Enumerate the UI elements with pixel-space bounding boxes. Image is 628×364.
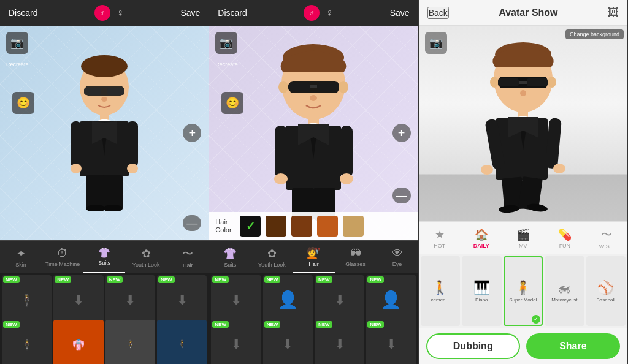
hair-item-2-6[interactable]: NEW ⬇	[263, 320, 313, 365]
grid-item-1-6[interactable]: 👘	[53, 320, 103, 365]
camera-button-1[interactable]: 📷	[6, 32, 28, 54]
color-swatch-brown[interactable]	[291, 216, 312, 237]
female-gender-icon-2[interactable]: ♀	[326, 7, 333, 18]
new-badge-h6: NEW	[264, 321, 281, 328]
tab-time-machine-1[interactable]: ⏱ Time Machine	[42, 241, 83, 273]
suits-icon-1: 👚	[98, 247, 110, 259]
grid-item-1-3[interactable]: NEW ⬇	[105, 275, 155, 325]
tab-mv-3[interactable]: 🎬 MV	[502, 222, 544, 254]
eye-icon-2: 👁	[392, 247, 403, 260]
tab-wis-3[interactable]: 〜 WIS...	[586, 222, 627, 254]
color-swatch-black[interactable]	[240, 216, 261, 237]
tab-skin-1[interactable]: ✦ Skin	[0, 241, 42, 273]
supermodel-figure: 🧍	[515, 280, 531, 296]
fun-label-3: FUN	[559, 243, 571, 249]
download-icon-h1: ⬇	[231, 292, 242, 308]
female-gender-icon[interactable]: ♀	[117, 7, 124, 18]
cement-figure: 🚶	[432, 280, 448, 296]
zoom-out-button-2[interactable]: —	[392, 188, 411, 203]
tab-fun-3[interactable]: 💊 FUN	[544, 222, 586, 254]
scene-item-piano[interactable]: 🎹 Piano	[462, 256, 501, 326]
hair-item-2-4[interactable]: NEW 👤	[366, 275, 416, 325]
recreate-button-2[interactable]: 😊	[221, 92, 243, 114]
grid-item-1-4[interactable]: NEW ⬇	[157, 275, 207, 325]
save-button-2[interactable]: Save	[390, 8, 410, 18]
download-icon-1: ⬇	[73, 292, 84, 308]
camera-button-3[interactable]: 📷	[425, 32, 447, 54]
color-swatch-blonde[interactable]	[343, 216, 364, 237]
scene-item-baseball[interactable]: ⚾ Baseball	[586, 256, 626, 326]
recreate-label-2: Recreate	[215, 61, 238, 67]
wis-icon-3: 〜	[601, 227, 612, 242]
piano-label: Piano	[475, 297, 488, 303]
hair-item-2-1[interactable]: NEW ⬇	[211, 275, 261, 325]
mv-icon-3: 🎬	[516, 228, 530, 241]
hair-item-2-5[interactable]: NEW ⬇	[211, 320, 261, 365]
tab-youth-look-1[interactable]: ✿ Youth Look	[125, 241, 167, 273]
svg-rect-17	[103, 175, 123, 209]
top-bar-panel3: Back Avatar Show 🖼	[419, 0, 627, 26]
avatar-svg-3	[471, 41, 575, 213]
zoom-in-button-1[interactable]: +	[183, 124, 201, 142]
recreate-wrapper-1: 😊 Recreate	[6, 59, 29, 67]
avatar-area-1: 📷 😊 Recreate	[0, 26, 209, 240]
change-bg-button[interactable]: Change background	[565, 29, 624, 39]
tab-glasses-2[interactable]: 🕶 Glasses	[335, 241, 377, 273]
zoom-in-button-2[interactable]: +	[392, 124, 411, 142]
male-gender-icon[interactable]: ♂	[94, 5, 110, 21]
tab-hot-3[interactable]: ★ HOT	[419, 222, 461, 254]
top-bar-panel1: Discard ♂ ♀ Save	[0, 0, 209, 26]
youth-icon-1: ✿	[142, 247, 151, 260]
svg-point-60	[481, 165, 493, 175]
tab-suits-2[interactable]: 👚 Suits	[209, 241, 251, 273]
tab-hair-1[interactable]: 〜 Hair	[167, 241, 209, 273]
back-button-3[interactable]: Back	[427, 7, 449, 19]
grid-item-1-8[interactable]: 🕴	[157, 320, 207, 365]
camera-button-2[interactable]: 📷	[215, 32, 237, 54]
youth-label-2: Youth Look	[258, 262, 286, 268]
download-icon-3: ⬇	[177, 292, 188, 308]
hair-icon-tab-1: 〜	[182, 246, 193, 261]
face-icon-1: 😊	[17, 96, 30, 110]
male-gender-icon-2[interactable]: ♂	[304, 5, 320, 21]
new-badge-h4: NEW	[367, 276, 384, 283]
grid-item-1-7[interactable]: 🕴	[105, 320, 155, 365]
hair-label-1: Hair	[183, 262, 193, 268]
color-swatch-brown-dark[interactable]	[266, 216, 286, 237]
hot-icon-3: ★	[435, 228, 445, 241]
hair-item-2-3[interactable]: NEW ⬇	[315, 275, 364, 325]
grid-item-1-1[interactable]: NEW 🕴	[2, 275, 52, 325]
hair-item-2-8[interactable]: NEW ⬇	[366, 320, 416, 365]
tab-youth-2[interactable]: ✿ Youth Look	[251, 241, 293, 273]
recreate-button-1[interactable]: 😊	[12, 92, 34, 114]
scene-item-supermodel[interactable]: 🧍 Super Model ✓	[504, 256, 543, 326]
grid-item-1-2[interactable]: NEW ⬇	[53, 275, 103, 325]
grid-item-1-5[interactable]: NEW 🕴	[2, 320, 52, 365]
scene-item-cement[interactable]: 🚶 cemen...	[421, 256, 460, 326]
hair-item-2-7[interactable]: NEW ⬇	[315, 320, 364, 365]
avatar-figure-1	[58, 55, 150, 211]
glasses-icon-2: 🕶	[350, 247, 361, 260]
image-icon-3[interactable]: 🖼	[608, 6, 619, 19]
tab-suits-1[interactable]: 👚 Suits	[83, 241, 125, 273]
fun-icon-3: 💊	[558, 228, 572, 241]
svg-rect-25	[288, 83, 310, 91]
save-button-1[interactable]: Save	[180, 8, 200, 18]
tab-hair-2[interactable]: 💇 Hair	[293, 241, 334, 273]
scene-item-motorcyclist[interactable]: 🏍 Motorcyclist	[545, 256, 584, 326]
share-button[interactable]: Share	[526, 333, 620, 359]
time-icon-1: ⏱	[57, 247, 68, 260]
tab-eye-2[interactable]: 👁 Eye	[377, 241, 418, 273]
color-swatch-auburn[interactable]	[317, 216, 338, 237]
zoom-out-button-1[interactable]: —	[183, 215, 201, 231]
panel-hair-editor: Discard ♂ ♀ Save 📷 😊 Recreate	[209, 0, 418, 364]
download-icon-h6: ⬇	[282, 336, 293, 352]
tab-daily-3[interactable]: 🏠 DAILY	[461, 222, 502, 254]
suits-icon-2: 👚	[223, 247, 237, 260]
discard-button-1[interactable]: Discard	[9, 8, 37, 18]
svg-point-5	[101, 97, 107, 102]
hair-item-2-2[interactable]: NEW 👤	[263, 275, 313, 325]
dubbing-button[interactable]: Dubbing	[426, 333, 520, 359]
discard-button-2[interactable]: Discard	[218, 8, 247, 18]
suit-black-1: 🕴	[21, 339, 33, 351]
